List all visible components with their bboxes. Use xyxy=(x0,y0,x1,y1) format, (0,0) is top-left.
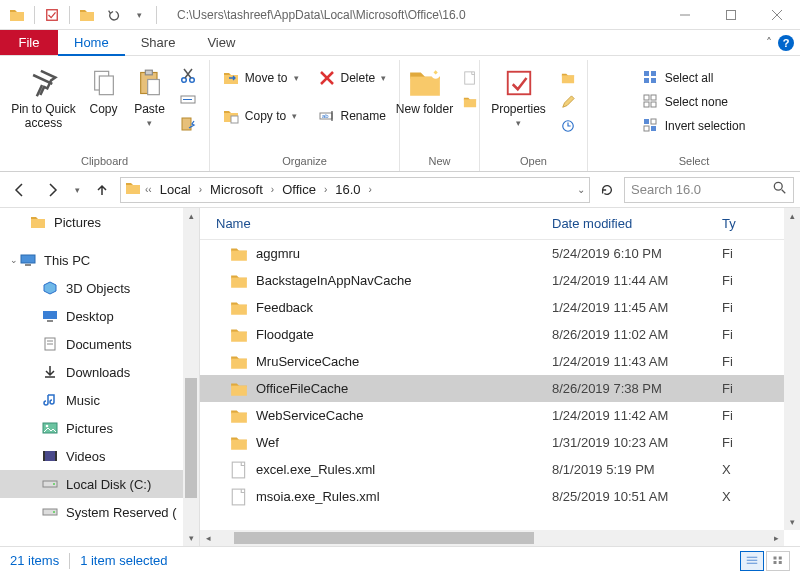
qat-dropdown-icon[interactable]: ▾ xyxy=(128,4,150,26)
nav-item[interactable]: Music xyxy=(0,386,199,414)
cut-button[interactable] xyxy=(174,64,202,88)
collapse-ribbon-icon[interactable]: ˄ xyxy=(766,36,772,50)
expand-icon[interactable]: ⌄ xyxy=(10,255,18,265)
chevron-down-icon: ▾ xyxy=(294,73,299,83)
chevron-down-icon: ▾ xyxy=(381,73,386,83)
maximize-button[interactable] xyxy=(708,0,754,30)
nav-item[interactable]: System Reserved ( xyxy=(0,498,199,526)
rename-icon: ab xyxy=(319,108,335,124)
tab-view[interactable]: View xyxy=(191,30,251,55)
edit-button[interactable] xyxy=(554,90,582,114)
chevron-right-icon[interactable]: › xyxy=(269,184,276,195)
scroll-right-icon[interactable]: ▸ xyxy=(768,533,784,543)
files-vscrollbar[interactable]: ▴ ▾ xyxy=(784,208,800,530)
tab-home[interactable]: Home xyxy=(58,30,125,56)
nav-item-thispc[interactable]: ⌄ This PC xyxy=(0,246,199,274)
scroll-up-icon[interactable]: ▴ xyxy=(183,208,199,224)
refresh-button[interactable] xyxy=(594,177,620,203)
nav-item[interactable]: Downloads xyxy=(0,358,199,386)
files-hscrollbar[interactable]: ◂ ▸ xyxy=(200,530,784,546)
file-date: 1/24/2019 11:44 AM xyxy=(552,273,722,288)
forward-button[interactable] xyxy=(38,176,66,204)
search-input[interactable]: Search 16.0 xyxy=(624,177,794,203)
file-row[interactable]: BackstageInAppNavCache1/24/2019 11:44 AM… xyxy=(200,267,800,294)
breadcrumb-item[interactable]: Microsoft xyxy=(206,182,267,197)
select-group-label: Select xyxy=(679,153,710,171)
help-icon[interactable]: ? xyxy=(778,35,794,51)
svg-rect-28 xyxy=(651,71,656,76)
view-large-icons-button[interactable] xyxy=(766,551,790,571)
close-button[interactable] xyxy=(754,0,800,30)
svg-rect-32 xyxy=(651,95,656,100)
select-none-label: Select none xyxy=(665,95,728,109)
back-button[interactable] xyxy=(6,176,34,204)
folder-icon xyxy=(230,326,248,344)
qat-properties-icon[interactable] xyxy=(41,4,63,26)
nav-item[interactable]: Documents xyxy=(0,330,199,358)
address-dropdown-icon[interactable]: ⌄ xyxy=(577,184,585,195)
edit-icon xyxy=(560,94,576,110)
nav-label: Desktop xyxy=(66,309,114,324)
file-row[interactable]: WebServiceCache1/24/2019 11:42 AMFi xyxy=(200,402,800,429)
column-header-name[interactable]: Name xyxy=(200,216,552,231)
nav-item[interactable]: Local Disk (C:) xyxy=(0,470,199,498)
scroll-thumb[interactable] xyxy=(185,378,197,498)
file-row[interactable]: MruServiceCache1/24/2019 11:43 AMFi xyxy=(200,348,800,375)
file-row[interactable]: Wef1/31/2019 10:23 AMFi xyxy=(200,429,800,456)
move-to-button[interactable]: Move to ▾ xyxy=(217,66,305,90)
invert-selection-button[interactable]: Invert selection xyxy=(637,114,752,138)
paste-shortcut-button[interactable] xyxy=(174,112,202,136)
nav-item[interactable]: Desktop xyxy=(0,302,199,330)
nav-item-pictures-quick[interactable]: Pictures xyxy=(0,208,199,236)
file-row[interactable]: Feedback1/24/2019 11:45 AMFi xyxy=(200,294,800,321)
scroll-down-icon[interactable]: ▾ xyxy=(183,530,199,546)
breadcrumb-item[interactable]: 16.0 xyxy=(331,182,364,197)
pin-quick-access-button[interactable]: Pin to Quick access xyxy=(8,62,80,130)
chevron-right-icon[interactable]: › xyxy=(367,184,374,195)
pin-label: Pin to Quick access xyxy=(8,102,80,130)
scroll-thumb[interactable] xyxy=(234,532,534,544)
delete-button[interactable]: Delete ▾ xyxy=(313,66,393,90)
breadcrumb-item[interactable]: Local xyxy=(156,182,195,197)
minimize-button[interactable] xyxy=(662,0,708,30)
recent-locations-button[interactable]: ▾ xyxy=(70,176,84,204)
view-details-button[interactable] xyxy=(740,551,764,571)
chevron-right-icon[interactable]: › xyxy=(322,184,329,195)
nav-scrollbar[interactable]: ▴ ▾ xyxy=(183,208,199,546)
open-button[interactable] xyxy=(554,66,582,90)
svg-rect-64 xyxy=(779,561,782,564)
address-bar[interactable]: ‹‹ Local› Microsoft› Office› 16.0› ⌄ xyxy=(120,177,590,203)
file-row[interactable]: OfficeFileCache8/26/2019 7:38 PMFi xyxy=(200,375,800,402)
tab-share[interactable]: Share xyxy=(125,30,192,55)
tab-file[interactable]: File xyxy=(0,30,58,55)
file-row[interactable]: excel.exe_Rules.xml8/1/2019 5:19 PMX xyxy=(200,456,800,483)
copy-path-button[interactable] xyxy=(174,88,202,112)
chevron-right-icon[interactable]: › xyxy=(197,184,204,195)
file-row[interactable]: msoia.exe_Rules.xml8/25/2019 10:51 AMX xyxy=(200,483,800,510)
new-folder-button[interactable]: New folder xyxy=(396,62,454,116)
qat-undo-icon[interactable] xyxy=(102,4,124,26)
scroll-up-icon[interactable]: ▴ xyxy=(784,208,800,224)
nav-item[interactable]: Videos xyxy=(0,442,199,470)
properties-button[interactable]: Properties ▾ xyxy=(486,62,552,128)
history-button[interactable] xyxy=(554,114,582,138)
nav-item[interactable]: 3D Objects xyxy=(0,274,199,302)
nav-item[interactable]: Pictures xyxy=(0,414,199,442)
file-row[interactable]: Floodgate8/26/2019 11:02 AMFi xyxy=(200,321,800,348)
select-all-button[interactable]: Select all xyxy=(637,66,752,90)
paste-button[interactable]: Paste ▾ xyxy=(128,62,172,128)
file-row[interactable]: aggmru5/24/2019 6:10 PMFi xyxy=(200,240,800,267)
column-header-date[interactable]: Date modified xyxy=(552,216,722,231)
scroll-down-icon[interactable]: ▾ xyxy=(784,514,800,530)
chevron-left-icon[interactable]: ‹‹ xyxy=(143,184,154,195)
copy-button[interactable]: Copy xyxy=(82,62,126,116)
qat-newfolder-icon[interactable] xyxy=(76,4,98,26)
rename-button[interactable]: ab Rename xyxy=(313,104,393,128)
scroll-left-icon[interactable]: ◂ xyxy=(200,533,216,543)
up-button[interactable] xyxy=(88,176,116,204)
copy-to-button[interactable]: Copy to ▾ xyxy=(217,104,305,128)
select-none-button[interactable]: Select none xyxy=(637,90,752,114)
breadcrumb-item[interactable]: Office xyxy=(278,182,320,197)
svg-rect-35 xyxy=(644,119,649,124)
nav-icon xyxy=(42,336,58,352)
